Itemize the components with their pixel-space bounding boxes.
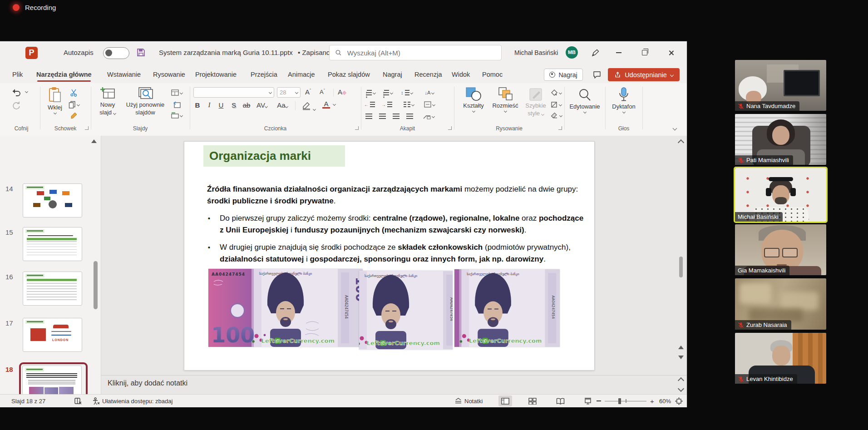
italic-button[interactable]: I — [203, 101, 215, 109]
participant-tile[interactable]: Nana Tavdumadze — [735, 60, 826, 111]
tab-projektowanie[interactable]: Projektowanie — [195, 67, 237, 82]
font-dialog-launcher[interactable] — [355, 126, 359, 130]
copy-icon[interactable] — [68, 99, 80, 109]
paste-button[interactable]: Wklej — [44, 87, 65, 114]
align-right-icon[interactable] — [390, 111, 402, 121]
notes-scroll-up-icon[interactable] — [679, 378, 683, 383]
zoom-out-button[interactable] — [597, 395, 601, 407]
search-input[interactable] — [346, 49, 496, 57]
user-name[interactable]: Michał Basiński — [514, 49, 558, 56]
drawing-dialog-launcher[interactable] — [558, 126, 562, 130]
participant-tile-active-speaker[interactable]: Michał Basiński — [735, 168, 826, 222]
scroll-up-icon[interactable] — [91, 139, 97, 143]
slide-thumbnail-15[interactable] — [23, 227, 82, 261]
slide-bullet-1[interactable]: • Do pierwszej grupy zaliczyć możemy śro… — [208, 213, 587, 236]
justify-icon[interactable] — [404, 111, 415, 121]
increase-font-icon[interactable]: Aˆ — [305, 88, 311, 96]
dictate-button[interactable]: Dyktafon — [609, 87, 639, 113]
shapes-button[interactable]: Kształty — [459, 87, 488, 112]
zoom-slider[interactable] — [605, 401, 646, 402]
thumbnail-scrollbar[interactable] — [94, 261, 98, 309]
next-slide-button[interactable] — [678, 356, 684, 359]
tab-plik[interactable]: Plik — [12, 67, 23, 82]
reset-slide-icon[interactable] — [171, 99, 182, 109]
clipboard-dialog-launcher[interactable] — [85, 126, 89, 130]
slide-counter[interactable]: Slajd 18 z 27 — [11, 395, 45, 407]
collapse-ribbon-icon[interactable] — [673, 126, 677, 131]
text-shadow-button[interactable]: S — [228, 101, 240, 109]
text-direction-icon[interactable]: ↓A — [424, 88, 435, 98]
highlight-color-button[interactable] — [301, 101, 316, 112]
new-slide-button[interactable]: Nowy slajd — [94, 87, 121, 116]
slide-bullet-2[interactable]: • W drugiej grupie znajdują się środki p… — [208, 242, 587, 265]
participant-tile[interactable]: Zurab Nasaraia — [735, 278, 826, 330]
tab-wstawianie[interactable]: Wstawianie — [107, 67, 141, 82]
accessibility-status[interactable]: Ułatwienia dostępu: zbadaj — [92, 395, 173, 407]
tab-recenzja[interactable]: Recenzja — [414, 67, 442, 82]
search-box[interactable] — [329, 45, 502, 60]
participant-tile[interactable]: Pati Mamiashvili — [735, 114, 826, 165]
editing-button[interactable]: Edytowanie — [567, 88, 602, 113]
fit-to-window-icon[interactable] — [675, 395, 683, 407]
tab-narzedzia-glowne[interactable]: Narzędzia główne — [36, 67, 92, 82]
chevron-down-icon[interactable] — [25, 90, 28, 93]
align-left-icon[interactable] — [363, 111, 375, 121]
banknote-image-2[interactable]: საქართველოს ეროვნული ბანკი — [359, 271, 453, 350]
arrange-button[interactable]: Rozmieść — [490, 87, 520, 112]
bold-button[interactable]: B — [192, 101, 203, 109]
cut-icon[interactable] — [68, 88, 80, 98]
format-painter-icon[interactable] — [68, 110, 80, 120]
editor-scrollbar[interactable] — [679, 138, 683, 370]
font-name-combobox[interactable] — [193, 87, 274, 98]
tab-pokaz-slajdow[interactable]: Pokaz slajdów — [328, 67, 370, 82]
increase-indent-icon[interactable]: → — [381, 99, 393, 109]
restore-button[interactable] — [638, 47, 651, 59]
underline-button[interactable]: U — [215, 101, 227, 109]
tab-pomoc[interactable]: Pomoc — [482, 67, 503, 82]
shape-fill-icon[interactable] — [550, 88, 562, 98]
reuse-slides-button[interactable]: Użyj ponownie slajdów — [123, 87, 168, 116]
tab-rysowanie[interactable]: Rysowanie — [153, 67, 185, 82]
normal-view-button[interactable] — [498, 395, 512, 406]
character-spacing-button[interactable]: AV — [254, 101, 270, 109]
slide-sorter-view-button[interactable] — [526, 395, 539, 406]
slide-thumbnail-14[interactable] — [23, 183, 82, 217]
banknote-image-3[interactable]: საქართველოს ეროვნული ბანკი — [454, 269, 560, 347]
change-case-button[interactable]: Aa — [274, 101, 291, 109]
decrease-font-icon[interactable]: Aˇ — [320, 88, 325, 95]
participant-tile[interactable]: Gia Mamakaishvili — [735, 224, 826, 275]
reading-view-button[interactable] — [553, 395, 567, 406]
notes-splitter[interactable] — [101, 375, 687, 376]
decrease-indent-icon[interactable]: ← — [364, 99, 375, 109]
redo-icon[interactable] — [11, 100, 21, 112]
banknote-image-1[interactable]: AA04247454 საქართველოს ეროვნული ბანკი — [208, 269, 363, 347]
eraser-icon[interactable] — [550, 110, 562, 120]
columns-icon[interactable] — [403, 99, 414, 109]
quick-styles-button[interactable]: Szybkie style — [522, 87, 549, 117]
slideshow-view-button[interactable] — [581, 395, 595, 406]
line-spacing-icon[interactable]: ↕ — [401, 88, 413, 98]
notes-scroll-down-icon[interactable] — [679, 386, 683, 391]
participant-tile[interactable]: Levan Khintibidze — [735, 333, 826, 384]
section-icon[interactable] — [171, 110, 182, 120]
share-button[interactable]: Udostępnianie — [608, 68, 680, 81]
slide-title-box[interactable]: Organizacja marki — [203, 145, 345, 167]
paragraph-dialog-launcher[interactable] — [448, 126, 452, 130]
font-size-combobox[interactable]: 28 — [277, 87, 301, 98]
tab-przejscia[interactable]: Przejścia — [251, 67, 277, 82]
draw-pen-icon[interactable] — [588, 47, 602, 59]
tab-nagraj[interactable]: Nagraj — [383, 67, 402, 82]
strikethrough-button[interactable]: ab — [241, 101, 252, 109]
zoom-in-button[interactable]: + — [650, 395, 654, 407]
slide-thumbnail-17[interactable]: LONDON — [23, 318, 82, 352]
tab-animacje[interactable]: Animacje — [288, 67, 315, 82]
spellcheck-icon[interactable] — [74, 395, 82, 407]
slide-layout-icon[interactable] — [171, 88, 182, 98]
slide-intro-paragraph[interactable]: Źródła finansowania działalności organiz… — [207, 183, 587, 207]
zoom-slider-thumb[interactable] — [618, 398, 621, 404]
tab-widok[interactable]: Widok — [452, 67, 470, 82]
notes-placeholder[interactable]: Kliknij, aby dodać notatki — [108, 379, 187, 387]
minimize-button[interactable] — [612, 47, 626, 59]
slide-thumbnail-18[interactable] — [22, 366, 82, 394]
shape-outline-icon[interactable] — [550, 99, 562, 109]
